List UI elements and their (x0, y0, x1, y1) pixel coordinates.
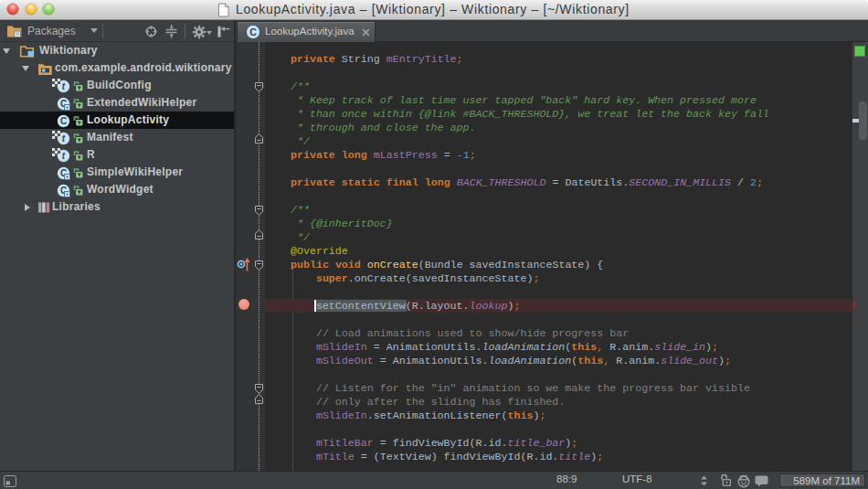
svg-text:C: C (60, 116, 67, 126)
svg-text:C: C (249, 27, 257, 37)
